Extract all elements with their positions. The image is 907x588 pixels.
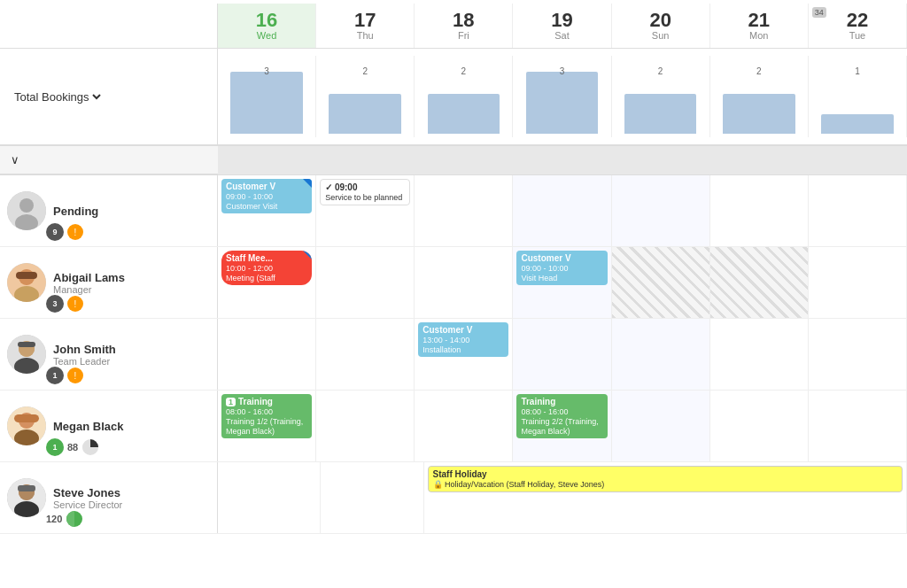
date-header-18[interactable]: 18Fri xyxy=(415,4,513,48)
svg-rect-23 xyxy=(18,485,35,491)
staff-rows: Pending9!Customer V09:00 - 10:00Customer… xyxy=(0,175,907,534)
bar-top xyxy=(723,94,795,134)
date-num: 21 xyxy=(748,11,770,30)
day-cell-5[interactable] xyxy=(710,247,809,318)
staff-row: Megan Black1881Training08:00 - 16:00Trai… xyxy=(0,391,907,462)
avatar xyxy=(7,191,46,230)
barchart-section: Total Bookings 3223221 xyxy=(0,49,907,146)
event-desc: Installation xyxy=(422,345,461,354)
staff-name: Abigail Lams xyxy=(53,271,210,284)
day-cell-2[interactable] xyxy=(415,391,513,461)
badge-pie-icon xyxy=(81,438,99,456)
day-cell-6[interactable] xyxy=(809,247,907,318)
event-desc: Meeting (Staff xyxy=(226,274,275,282)
day-cell-1[interactable]: ✓ 09:00Service to be planned xyxy=(316,175,415,246)
date-header-16[interactable]: 16Wed xyxy=(218,4,316,48)
badge-green: 1 xyxy=(46,438,64,456)
barchart-area: 3223221 xyxy=(218,49,907,144)
date-num: 17 xyxy=(354,11,376,30)
event-time: 08:00 - 16:00 xyxy=(226,407,273,416)
svg-rect-12 xyxy=(18,342,35,347)
date-header-20[interactable]: 20Sun xyxy=(612,4,710,48)
bar-top xyxy=(428,94,500,134)
day-cell-4[interactable] xyxy=(612,319,710,390)
day-cell-3[interactable]: Customer V09:00 - 10:00Visit Head xyxy=(513,247,611,318)
date-header-21[interactable]: 21Mon xyxy=(710,4,809,48)
day-cell-1[interactable] xyxy=(321,462,423,533)
event-title: Training xyxy=(521,397,555,406)
event-block[interactable]: Customer V09:00 - 10:00Customer Visit xyxy=(221,179,312,213)
badge-warn: 3 xyxy=(46,295,64,313)
date-num: 16 xyxy=(256,11,277,30)
date-num: 20 xyxy=(649,11,671,30)
date-num: 22 xyxy=(847,11,868,30)
day-cell-0[interactable]: Staff Mee...10:00 - 12:00Meeting (Staff xyxy=(218,247,316,318)
event-block[interactable]: 1Training08:00 - 16:00Training 1/2 (Trai… xyxy=(221,394,312,438)
day-cell-2[interactable]: Staff Holiday🔒 Holiday/Vacation (Staff H… xyxy=(424,462,907,533)
staff-row: Pending9!Customer V09:00 - 10:00Customer… xyxy=(0,175,907,247)
badge-count: 120 xyxy=(46,514,62,524)
bar-col-6: 1 xyxy=(809,56,907,137)
event-block[interactable]: Training08:00 - 16:00Training 2/2 (Train… xyxy=(516,394,607,438)
badge-warn-icon: ! xyxy=(67,368,83,383)
barchart-cols: 3223221 xyxy=(218,56,907,137)
day-cell-3[interactable]: Training08:00 - 16:00Training 2/2 (Train… xyxy=(513,391,611,461)
event-block[interactable]: Customer V09:00 - 10:00Visit Head xyxy=(516,251,607,285)
day-cell-4[interactable] xyxy=(612,247,710,318)
staff-role: Team Leader xyxy=(53,356,210,367)
day-cell-6[interactable] xyxy=(809,175,907,246)
event-desc: Customer Visit xyxy=(226,202,277,211)
day-cell-6[interactable] xyxy=(809,319,907,390)
day-cell-5[interactable] xyxy=(710,175,809,246)
date-header-19[interactable]: 19Sat xyxy=(513,4,611,48)
day-name: Mon xyxy=(749,30,768,41)
day-cell-4[interactable] xyxy=(612,175,710,246)
day-cell-0[interactable]: Customer V09:00 - 10:00Customer Visit xyxy=(218,175,316,246)
day-cell-6[interactable] xyxy=(809,391,907,461)
staff-name: Steve Jones xyxy=(53,486,210,499)
event-block[interactable]: Staff Mee...10:00 - 12:00Meeting (Staff xyxy=(221,251,312,285)
header-section: 16Wed17Thu18Fri19Sat20Sun21Mon3422Tue xyxy=(0,0,907,49)
staff-info-0: Pending9! xyxy=(0,175,218,246)
event-time: 10:00 - 12:00 xyxy=(226,264,273,273)
day-cell-4[interactable] xyxy=(612,391,710,461)
staff-badges: 3! xyxy=(46,295,83,313)
day-cell-0[interactable] xyxy=(218,462,321,533)
event-block[interactable]: Staff Holiday🔒 Holiday/Vacation (Staff H… xyxy=(428,466,903,492)
filter-select[interactable]: Total Bookings xyxy=(11,89,104,104)
day-cell-1[interactable] xyxy=(316,319,415,390)
avatar xyxy=(7,335,46,374)
day-cell-3[interactable] xyxy=(513,319,611,390)
day-cell-1[interactable] xyxy=(316,247,415,318)
day-cell-2[interactable] xyxy=(415,247,513,318)
date-header-22[interactable]: 3422Tue xyxy=(809,4,907,48)
event-block[interactable]: ✓ 09:00Service to be planned xyxy=(320,179,410,205)
barchart-filter[interactable]: Total Bookings xyxy=(0,49,218,144)
bar-count: 2 xyxy=(616,66,706,76)
event-desc: Visit Head xyxy=(521,274,557,282)
staff-badges: 1! xyxy=(46,367,83,384)
day-cell-2[interactable]: Customer V13:00 - 14:00Installation xyxy=(415,319,513,390)
day-cell-5[interactable] xyxy=(710,391,809,461)
day-cell-0[interactable] xyxy=(218,319,316,390)
date-header-17[interactable]: 17Thu xyxy=(316,4,415,48)
event-title: ✓ 09:00 xyxy=(325,182,357,192)
staff-badges: 120 xyxy=(46,510,83,528)
event-time: 13:00 - 14:00 xyxy=(422,336,469,344)
staff-name: Megan Black xyxy=(53,420,210,433)
bar-col-1: 2 xyxy=(316,56,415,137)
day-cell-3[interactable] xyxy=(513,175,611,246)
bar-top xyxy=(230,72,303,134)
day-cells: Staff Holiday🔒 Holiday/Vacation (Staff H… xyxy=(218,462,907,533)
day-cell-1[interactable] xyxy=(316,391,415,461)
event-time: 09:00 - 10:00 xyxy=(226,192,273,201)
day-cell-2[interactable] xyxy=(415,175,513,246)
event-block[interactable]: Customer V13:00 - 14:00Installation xyxy=(418,322,508,357)
date-num: 18 xyxy=(453,11,474,30)
day-cell-5[interactable] xyxy=(710,319,809,390)
svg-rect-17 xyxy=(14,414,39,422)
event-title: Customer V xyxy=(422,325,472,335)
staff-name: John Smith xyxy=(53,343,210,356)
bar-count: 3 xyxy=(516,66,607,76)
day-cell-0[interactable]: 1Training08:00 - 16:00Training 1/2 (Trai… xyxy=(218,391,316,461)
